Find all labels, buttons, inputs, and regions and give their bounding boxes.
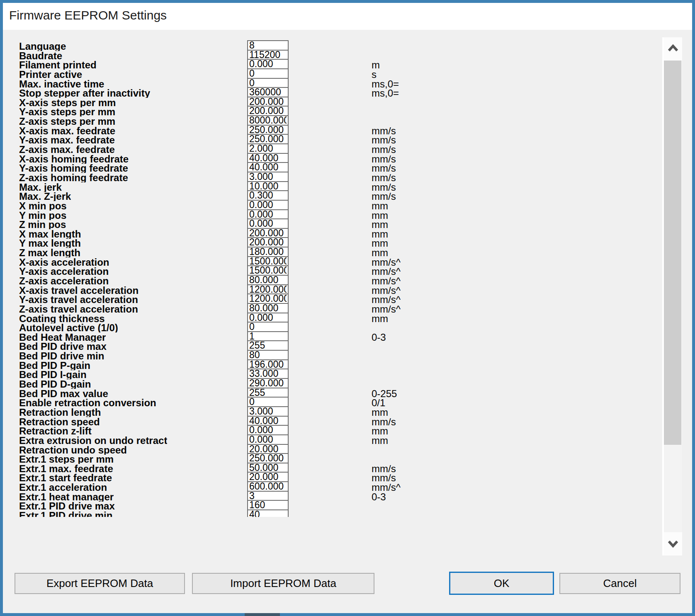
- setting-input-y-axis-acceleration[interactable]: [247, 265, 289, 276]
- setting-input-y-axis-max-feedrate[interactable]: [247, 134, 289, 144]
- setting-unit-z-axis-max-feedrate: mm/s: [372, 145, 396, 154]
- setting-unit-extra-extrusion-on-undo-retract: mm: [372, 436, 388, 445]
- setting-input-extra-extrusion-on-undo-retract[interactable]: [247, 434, 289, 445]
- setting-label-y-axis-travel-acceleration: Y-axis travel acceleration: [19, 295, 138, 304]
- setting-label-autolevel-active-1-0: Autolevel active (1/0): [19, 323, 118, 332]
- setting-input-z-max-length[interactable]: [247, 247, 289, 257]
- setting-label-y-axis-max-feedrate: Y-axis max. feedrate: [19, 135, 115, 145]
- setting-input-retraction-speed[interactable]: [247, 416, 289, 426]
- setting-input-z-axis-max-feedrate[interactable]: [247, 143, 289, 154]
- setting-input-max-z-jerk[interactable]: [247, 190, 289, 201]
- scroll-up-button[interactable]: [664, 37, 682, 61]
- setting-label-z-axis-steps-per-mm: Z-axis steps per mm: [19, 116, 115, 126]
- setting-label-bed-heat-manager: Bed Heat Manager: [19, 332, 106, 342]
- setting-unit-extr-1-max-feedrate: mm/s: [372, 464, 396, 473]
- setting-input-stop-stepper-after-inactivity[interactable]: [247, 87, 289, 97]
- setting-input-bed-pid-drive-min[interactable]: [247, 350, 289, 360]
- setting-input-bed-pid-p-gain[interactable]: [247, 359, 289, 370]
- setting-input-bed-pid-d-gain[interactable]: [247, 378, 289, 388]
- setting-unit-y-axis-homing-feedrate: mm/s: [372, 163, 396, 173]
- eeprom-settings-dialog: Firmware EEPROM Settings LanguageBaudrat…: [0, 0, 695, 616]
- setting-input-extr-1-acceleration[interactable]: [247, 481, 289, 492]
- setting-input-retraction-z-lift[interactable]: [247, 425, 289, 435]
- setting-label-extr-1-pid-drive-min: Extr.1 PID drive min: [19, 511, 112, 517]
- setting-input-baudrate[interactable]: [247, 50, 289, 60]
- setting-input-bed-pid-i-gain[interactable]: [247, 369, 289, 379]
- window-bottom-edge-accent: [245, 613, 280, 616]
- setting-unit-x-axis-homing-feedrate: mm/s: [372, 154, 396, 164]
- setting-unit-x-axis-max-feedrate: mm/s: [372, 126, 396, 136]
- setting-input-max-jerk[interactable]: [247, 181, 289, 192]
- setting-input-bed-heat-manager[interactable]: [247, 331, 289, 342]
- setting-input-y-axis-homing-feedrate[interactable]: [247, 162, 289, 172]
- scrollbar-thumb[interactable]: [664, 61, 681, 445]
- setting-label-y-axis-steps-per-mm: Y-axis steps per mm: [19, 107, 115, 116]
- setting-label-printer-active: Printer active: [19, 70, 82, 79]
- setting-label-baudrate: Baudrate: [19, 51, 62, 61]
- setting-input-filament-printed[interactable]: [247, 59, 289, 69]
- setting-unit-y-axis-max-feedrate: mm/s: [372, 135, 396, 145]
- setting-label-extra-extrusion-on-undo-retract: Extra extrusion on undo retract: [19, 436, 167, 445]
- setting-input-x-axis-acceleration[interactable]: [247, 256, 289, 267]
- setting-label-x-max-length: X max length: [19, 229, 81, 239]
- setting-input-z-axis-travel-acceleration[interactable]: [247, 303, 289, 313]
- setting-label-extr-1-max-feedrate: Extr.1 max. feedrate: [19, 464, 113, 473]
- setting-input-enable-retraction-conversion[interactable]: [247, 397, 289, 407]
- setting-label-bed-pid-drive-min: Bed PID drive min: [19, 351, 104, 361]
- setting-input-z-axis-homing-feedrate[interactable]: [247, 172, 289, 182]
- setting-unit-z-max-length: mm: [372, 248, 388, 257]
- setting-input-extr-1-steps-per-mm[interactable]: [247, 453, 289, 463]
- setting-input-coating-thickness[interactable]: [247, 313, 289, 323]
- setting-input-x-max-length[interactable]: [247, 228, 289, 238]
- setting-input-retraction-undo-speed[interactable]: [247, 444, 289, 454]
- setting-label-retraction-length: Retraction length: [19, 407, 101, 417]
- setting-unit-bed-heat-manager: 0-3: [372, 332, 386, 342]
- setting-input-extr-1-start-feedrate[interactable]: [247, 472, 289, 482]
- setting-input-bed-pid-drive-max[interactable]: [247, 340, 289, 351]
- scrollbar-track[interactable]: [664, 445, 682, 532]
- setting-input-x-axis-steps-per-mm[interactable]: [247, 97, 289, 107]
- chevron-down-icon: [667, 539, 679, 549]
- setting-input-extr-1-pid-drive-max[interactable]: [247, 500, 289, 510]
- setting-input-x-axis-homing-feedrate[interactable]: [247, 153, 289, 163]
- setting-input-bed-pid-max-value[interactable]: [247, 388, 289, 398]
- setting-input-y-axis-travel-acceleration[interactable]: [247, 293, 289, 304]
- setting-input-y-min-pos[interactable]: [247, 209, 289, 220]
- setting-input-max-inactive-time[interactable]: [247, 78, 289, 88]
- setting-unit-retraction-speed: mm/s: [372, 417, 396, 427]
- scroll-down-button[interactable]: [664, 532, 682, 555]
- setting-unit-y-min-pos: mm: [372, 211, 388, 220]
- setting-label-z-min-pos: Z min pos: [19, 220, 66, 229]
- setting-input-z-min-pos[interactable]: [247, 218, 289, 229]
- setting-input-y-axis-steps-per-mm[interactable]: [247, 106, 289, 116]
- import-eeprom-button[interactable]: Import EEPROM Data: [192, 573, 374, 594]
- setting-label-stop-stepper-after-inactivity: Stop stepper after inactivity: [19, 88, 150, 98]
- setting-unit-bed-pid-max-value: 0-255: [372, 389, 397, 398]
- export-eeprom-button[interactable]: Export EEPROM Data: [15, 573, 185, 594]
- setting-label-x-min-pos: X min pos: [19, 201, 67, 211]
- cancel-button[interactable]: Cancel: [559, 573, 680, 594]
- setting-input-extr-1-pid-drive-min[interactable]: [247, 509, 289, 517]
- setting-label-bed-pid-max-value: Bed PID max value: [19, 389, 108, 398]
- setting-unit-printer-active: s: [372, 70, 377, 79]
- setting-input-x-axis-max-feedrate[interactable]: [247, 125, 289, 135]
- setting-input-autolevel-active-1-0[interactable]: [247, 322, 289, 332]
- setting-unit-coating-thickness: mm: [372, 314, 388, 323]
- setting-input-y-max-length[interactable]: [247, 237, 289, 247]
- setting-label-x-axis-acceleration: X-axis acceleration: [19, 257, 109, 267]
- ok-button[interactable]: OK: [449, 572, 554, 595]
- chevron-up-icon: [667, 44, 679, 54]
- setting-label-z-axis-travel-acceleration: Z-axis travel acceleration: [19, 304, 138, 314]
- setting-input-extr-1-max-feedrate[interactable]: [247, 463, 289, 473]
- setting-input-x-axis-travel-acceleration[interactable]: [247, 284, 289, 295]
- setting-input-z-axis-steps-per-mm[interactable]: [247, 115, 289, 126]
- setting-unit-y-axis-travel-acceleration: mm/s^: [372, 295, 401, 304]
- setting-input-z-axis-acceleration[interactable]: [247, 275, 289, 285]
- setting-input-extr-1-heat-manager[interactable]: [247, 491, 289, 501]
- setting-input-printer-active[interactable]: [247, 68, 289, 79]
- setting-input-retraction-length[interactable]: [247, 406, 289, 417]
- setting-label-bed-pid-drive-max: Bed PID drive max: [19, 342, 107, 351]
- setting-input-language[interactable]: [247, 40, 289, 51]
- setting-input-x-min-pos[interactable]: [247, 200, 289, 210]
- vertical-scrollbar[interactable]: [664, 37, 682, 555]
